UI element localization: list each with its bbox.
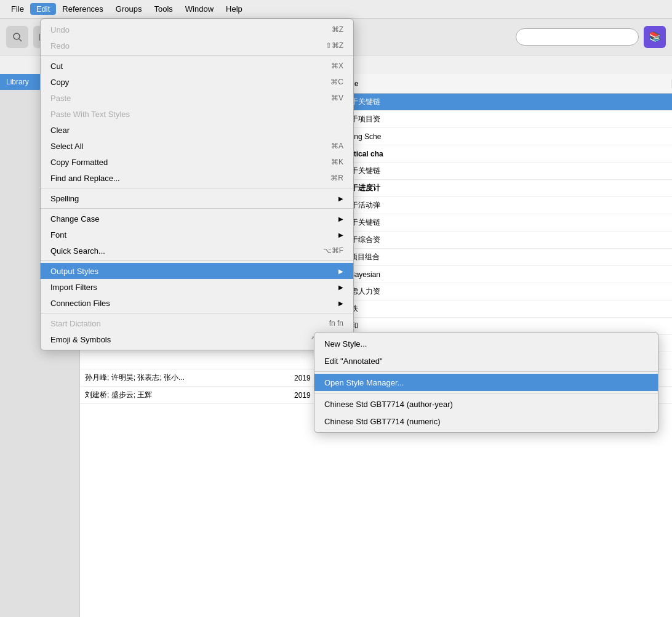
menu-item-label: Cut bbox=[50, 62, 319, 71]
menu-item-shortcut: ⌘C bbox=[330, 78, 343, 86]
cell-title: 息和 bbox=[338, 321, 672, 331]
cell-title: 地铁 bbox=[338, 304, 672, 314]
menu-item-label: Change Case bbox=[50, 214, 320, 224]
menu-item-label: Undo bbox=[50, 25, 319, 34]
menu-item-spelling[interactable]: Spelling ▶ bbox=[41, 190, 353, 206]
menu-item-shortcut: ⇧⌘Z bbox=[326, 41, 343, 50]
submenu-item-chinese-std-gbt7714--numeric-[interactable]: Chinese Std GBT7714 (numeric) bbox=[314, 413, 658, 430]
submenu-arrow-icon: ▶ bbox=[338, 300, 343, 307]
submenu-divider bbox=[314, 393, 658, 393]
menu-item-copy-formatted[interactable]: Copy Formatted ⌘K bbox=[41, 154, 353, 170]
menu-item-connection-files[interactable]: Connection Files ▶ bbox=[41, 295, 353, 311]
submenu-arrow-icon: ▶ bbox=[338, 232, 343, 238]
menu-item-select-all[interactable]: Select All ⌘A bbox=[41, 138, 353, 154]
menu-divider bbox=[41, 55, 353, 56]
menu-item-label: Emoji & Symbols bbox=[50, 335, 299, 344]
svg-line-1 bbox=[19, 39, 22, 41]
col-title: Title bbox=[338, 79, 672, 88]
submenu-arrow-icon: ▶ bbox=[338, 195, 343, 202]
menu-references[interactable]: References bbox=[56, 3, 109, 15]
search-toolbar-btn[interactable] bbox=[6, 26, 28, 48]
menu-item-start-dictation: Start Dictation fn fn bbox=[41, 315, 353, 331]
menubar: File Edit References Groups Tools Window… bbox=[0, 0, 672, 18]
cell-title: 基于活动弹 bbox=[338, 200, 672, 211]
cell-title: 基于项目资 bbox=[338, 114, 672, 124]
menu-item-shortcut: ⌘X bbox=[331, 62, 343, 70]
cell-title: IT项目组合 bbox=[338, 252, 672, 262]
submenu-arrow-icon: ▶ bbox=[338, 268, 343, 275]
menu-help[interactable]: Help bbox=[220, 3, 249, 15]
menu-item-output-styles[interactable]: Output Styles ▶ bbox=[41, 263, 353, 279]
menu-item-shortcut: ⌘R bbox=[330, 174, 343, 182]
submenu-arrow-icon: ▶ bbox=[338, 216, 343, 222]
menu-item-label: Start Dictation bbox=[50, 319, 317, 328]
cell-title: 基于关键链 bbox=[338, 97, 672, 107]
menu-file[interactable]: File bbox=[5, 3, 30, 15]
library-button[interactable]: 📚 bbox=[644, 26, 666, 48]
cell-title: 考虑人力资 bbox=[338, 286, 672, 297]
submenu-item-chinese-std-gbt7714--author-ye[interactable]: Chinese Std GBT7714 (author-year) bbox=[314, 395, 658, 413]
menu-item-label: Spelling bbox=[50, 194, 320, 203]
cell-title: 基于进度计 bbox=[338, 183, 672, 193]
menu-window[interactable]: Window bbox=[179, 3, 220, 15]
edit-menu[interactable]: Undo ⌘Z Redo ⇧⌘Z Cut ⌘X Copy ⌘C Paste ⌘V… bbox=[40, 18, 354, 350]
submenu-item-new-style---[interactable]: New Style... bbox=[314, 335, 658, 352]
menu-item-label: Redo bbox=[50, 41, 313, 50]
menu-tools[interactable]: Tools bbox=[148, 3, 178, 15]
menu-item-label: Clear bbox=[50, 126, 331, 135]
cell-title: A Bayesian bbox=[338, 270, 672, 279]
cell-author: 孙月峰; 许明昊; 张表志; 张小... bbox=[80, 373, 289, 383]
menu-item-label: Paste bbox=[50, 94, 319, 103]
cell-title: Critical cha bbox=[338, 150, 672, 158]
cell-title: Using Sche bbox=[338, 132, 672, 141]
cell-author: 刘建桥; 盛步云; 王辉 bbox=[80, 390, 289, 400]
menu-item-label: Select All bbox=[50, 142, 319, 151]
menu-item-label: Font bbox=[50, 230, 320, 240]
menu-item-copy[interactable]: Copy ⌘C bbox=[41, 74, 353, 90]
menu-item-shortcut: ⌥⌘F bbox=[323, 246, 343, 255]
menu-item-redo: Redo ⇧⌘Z bbox=[41, 38, 353, 54]
output-styles-submenu[interactable]: New Style...Edit "Annotated"Open Style M… bbox=[314, 332, 658, 433]
menu-item-shortcut: ⌘A bbox=[331, 142, 343, 150]
menu-item-paste-with-text-styles: Paste With Text Styles bbox=[41, 106, 353, 122]
submenu-item-open-style-manager---[interactable]: Open Style Manager... bbox=[314, 374, 658, 391]
menu-divider bbox=[41, 188, 353, 188]
menu-item-clear[interactable]: Clear bbox=[41, 122, 353, 138]
menu-item-find-and-replace---[interactable]: Find and Replace... ⌘R bbox=[41, 170, 353, 186]
cell-title: 基于关键链 bbox=[338, 166, 672, 176]
cell-title: 基于关键链 bbox=[338, 217, 672, 228]
menu-item-label: Find and Replace... bbox=[50, 174, 318, 183]
menu-item-label: Connection Files bbox=[50, 299, 320, 308]
menu-divider bbox=[41, 208, 353, 209]
menu-item-import-filters[interactable]: Import Filters ▶ bbox=[41, 279, 353, 295]
menu-item-emoji---symbols[interactable]: Emoji & Symbols ^⌘Space bbox=[41, 331, 353, 347]
menu-item-shortcut: fn fn bbox=[329, 319, 343, 328]
menu-item-shortcut: ⌘V bbox=[331, 94, 343, 102]
menu-item-shortcut: ⌘K bbox=[331, 158, 343, 166]
menu-divider bbox=[41, 313, 353, 313]
search-input[interactable] bbox=[516, 28, 639, 46]
svg-point-0 bbox=[14, 33, 20, 39]
submenu-divider bbox=[314, 371, 658, 372]
menu-item-cut[interactable]: Cut ⌘X bbox=[41, 58, 353, 74]
menu-edit[interactable]: Edit bbox=[30, 3, 56, 15]
menu-item-undo: Undo ⌘Z bbox=[41, 22, 353, 38]
menu-item-label: Quick Search... bbox=[50, 246, 311, 256]
menu-divider bbox=[41, 260, 353, 261]
menu-item-quick-search---[interactable]: Quick Search... ⌥⌘F bbox=[41, 243, 353, 259]
submenu-arrow-icon: ▶ bbox=[338, 284, 343, 291]
menu-item-paste: Paste ⌘V bbox=[41, 90, 353, 106]
menu-item-shortcut: ⌘Z bbox=[332, 25, 343, 34]
menu-item-label: Copy Formatted bbox=[50, 158, 319, 167]
menu-item-font[interactable]: Font ▶ bbox=[41, 227, 353, 243]
menu-item-label: Copy bbox=[50, 78, 318, 87]
cell-title: 基于综合资 bbox=[338, 235, 672, 245]
submenu-item-edit--annotated-[interactable]: Edit "Annotated" bbox=[314, 352, 658, 369]
menu-item-label: Output Styles bbox=[50, 267, 320, 276]
menu-item-change-case[interactable]: Change Case ▶ bbox=[41, 211, 353, 227]
menu-groups[interactable]: Groups bbox=[110, 3, 148, 15]
menu-item-label: Paste With Text Styles bbox=[50, 110, 331, 119]
menu-item-label: Import Filters bbox=[50, 283, 320, 292]
